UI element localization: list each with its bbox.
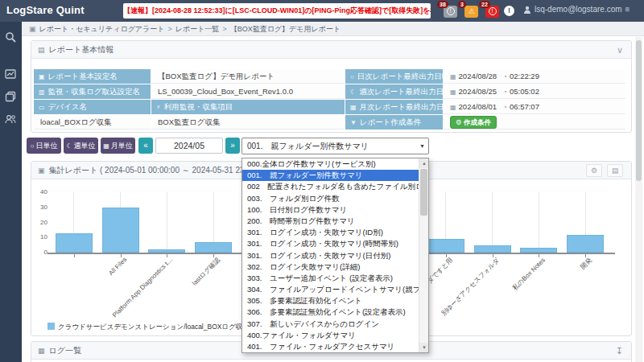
- value-daily-output: ▦2024/08/28◔02:22:29: [444, 69, 625, 84]
- cell-report-condition: ⚙ 作成条件: [444, 115, 625, 130]
- gridline: [492, 192, 493, 253]
- bar: [567, 235, 604, 253]
- sidebar: [0, 22, 22, 362]
- dropdown-option[interactable]: 002 配置されたフォルダ名も含めたファイル別ログ件数: [242, 181, 428, 192]
- bar: [148, 249, 185, 253]
- panel-icon: ▤: [38, 46, 45, 54]
- menu-icon: ≡: [625, 5, 630, 14]
- y-axis-tick-label: 10: [33, 233, 47, 241]
- doc-icon: ▥: [39, 88, 45, 96]
- calendar-icon: ▦: [103, 142, 109, 150]
- dropdown-option[interactable]: 301. ログイン成功・失敗サマリ(ID別): [242, 227, 428, 238]
- week-unit-button[interactable]: ☾週単位: [64, 138, 98, 154]
- dropdown-option[interactable]: 304. ファイルアップロードイベントサマリ(親フォルダ別): [242, 284, 428, 295]
- y-axis-tick-label: 30: [33, 204, 47, 211]
- page-scrollbar-thumb[interactable]: [636, 40, 642, 181]
- prev-period-button[interactable]: «: [138, 138, 153, 154]
- scroll-down-icon[interactable]: ▼: [419, 343, 429, 352]
- calendar-icon: ▦: [350, 104, 357, 111]
- period-input[interactable]: [155, 138, 223, 154]
- scrollbar-thumb[interactable]: [420, 169, 427, 216]
- badge-error[interactable]: 22 !: [485, 6, 499, 18]
- exclamation-circle-icon: !: [447, 7, 455, 15]
- scroll-up-icon[interactable]: ▲: [419, 158, 429, 168]
- download-icon[interactable]: ↧: [616, 342, 623, 360]
- panel-title: レポート基本情報: [49, 45, 114, 54]
- label-device-name: ▭デバイス名: [34, 100, 151, 114]
- y-axis-tick-label: 40: [33, 188, 47, 195]
- users-icon[interactable]: [5, 113, 17, 125]
- export-file-icon: ▤: [612, 167, 619, 175]
- gridline: [539, 192, 539, 253]
- day-unit-button[interactable]: ○日単位: [27, 138, 61, 154]
- report-type-dropdown-list: 000.全体ログ件数サマリ(サービス別)001. 親フォルダー別件数サマリ002…: [242, 158, 429, 353]
- report-type-select[interactable]: 001. 親フォルダー別件数サマリ ▼: [242, 138, 429, 154]
- clock-icon: ◔: [503, 88, 507, 96]
- layers-copy-icon[interactable]: [5, 91, 17, 103]
- breadcrumb-separator: >: [167, 25, 171, 33]
- clock-icon: ○: [350, 73, 354, 80]
- user-menu[interactable]: lsq-demo@logstare.com ≡: [523, 5, 630, 14]
- y-axis-tick-label: 0: [33, 249, 47, 256]
- y-axis-tick-label: 20: [33, 219, 47, 226]
- label-report-setting-name: ▣レポート基本設定名: [34, 69, 151, 84]
- badge-device-status[interactable]: 38 !: [444, 6, 457, 18]
- dropdown-scrollbar[interactable]: ▲ ▼: [419, 158, 428, 352]
- label-monitored-items: ⚡利用監視・収集項目: [151, 100, 345, 114]
- bar: [195, 242, 232, 253]
- value-monitored-items: BOX監査ログ収集: [151, 115, 345, 130]
- dropdown-option[interactable]: 401. ファイル・フォルダアクセスサマリ: [242, 341, 428, 352]
- label-weekly-output: ☾週次レポート最終出力日時: [345, 84, 443, 99]
- x-axis-label: 私のBox Notes: [511, 256, 547, 292]
- report-chart-icon[interactable]: [5, 68, 17, 80]
- dropdown-option[interactable]: 305. 多要素認証有効化イベント: [242, 295, 428, 306]
- dropdown-option[interactable]: 000.全体ログ件数サマリ(サービス別): [242, 158, 428, 170]
- dropdown-option[interactable]: 301. ログイン成功・失敗サマリ(日付別): [242, 250, 428, 261]
- moon-icon: ☾: [350, 88, 356, 96]
- value-report-setting-name: 【BOX監査ログ】デモ用レポート: [151, 69, 345, 84]
- legend-swatch: [47, 323, 55, 330]
- label-monthly-output: ▦月次レポート最終出力日時: [345, 100, 443, 114]
- breadcrumb-link-reports[interactable]: レポート・セキュリティログアラート: [39, 25, 165, 33]
- table-icon: ▦: [38, 347, 45, 355]
- x-axis-tick: [74, 254, 75, 257]
- dropdown-option[interactable]: 100. 日付別ログ件数サマリ: [242, 204, 428, 216]
- bolt-icon: ⚡: [156, 104, 161, 111]
- breadcrumb-separator: >: [222, 25, 226, 33]
- dropdown-option[interactable]: 301. ログイン成功・失敗サマリ(時間帯別): [242, 238, 428, 249]
- chart-settings-button[interactable]: ⚙: [586, 164, 602, 177]
- condition-button[interactable]: ⚙ 作成条件: [450, 116, 497, 129]
- image-icon: ▣: [38, 167, 45, 175]
- label-log-import-setting: ▥監視・収集ログ取込設定名: [34, 84, 151, 99]
- collapse-chevron-icon[interactable]: ∨: [617, 41, 623, 59]
- moon-icon: ☾: [66, 142, 72, 150]
- dropdown-option[interactable]: 302. ログイン失敗サマリ(詳細): [242, 261, 428, 273]
- breadcrumb-current: 【BOX監査ログ】デモ用レポート: [230, 25, 341, 33]
- dropdown-option[interactable]: 003. フォルダ別ログ件数: [242, 193, 428, 204]
- dropdown-option[interactable]: 400.ファイル・フォルダサマリ: [242, 330, 428, 341]
- user-icon: [523, 6, 531, 14]
- help-info-icon[interactable]: !: [504, 6, 514, 16]
- value-device-name: loacal_BOXログ収集: [34, 115, 151, 130]
- dropdown-option[interactable]: 303. ユーザー追加イベント (設定者表示): [242, 273, 428, 284]
- search-icon[interactable]: [5, 31, 17, 43]
- dropdown-option[interactable]: 001. 親フォルダー別件数サマリ: [242, 170, 428, 181]
- dropdown-option[interactable]: 306. 多要素認証無効化イベント(設定者表示): [242, 306, 428, 318]
- monitor-icon: ▭: [39, 104, 45, 111]
- badge-warning[interactable]: 3 ⚠: [464, 6, 478, 18]
- breadcrumb: ▣レポート・セキュリティログアラート>レポート一覧>【BOX監査ログ】デモ用レポ…: [22, 22, 644, 36]
- chart-export-button[interactable]: ▤: [607, 164, 623, 177]
- report-info-panel: ▤レポート基本情報 ∨ ▣レポート基本設定名 【BOX監査ログ】デモ用レポート …: [31, 40, 632, 133]
- report-info-grid: ▣レポート基本設定名 【BOX監査ログ】デモ用レポート ○日次レポート最終出力日…: [34, 69, 625, 130]
- clock-icon: ◔: [503, 73, 507, 80]
- next-period-button[interactable]: »: [225, 138, 240, 154]
- user-email: lsq-demo@logstare.com: [535, 5, 622, 14]
- filter-icon: ▼: [350, 119, 357, 126]
- gear-icon: ⚙: [456, 118, 462, 126]
- badge-count: 3: [458, 1, 466, 8]
- month-unit-button[interactable]: ▦月単位: [101, 138, 135, 154]
- dropdown-option[interactable]: 200. 時間帯別ログ件数サマリ: [242, 216, 428, 227]
- dropdown-option[interactable]: 307. 新しいデバイスからのログイン: [242, 319, 428, 330]
- alert-ticker[interactable]: 【速報】[2024-08-28 12:52:33]に[LSC-CLOUD-WIN…: [123, 3, 431, 19]
- breadcrumb-link-report-list[interactable]: レポート一覧: [175, 25, 220, 33]
